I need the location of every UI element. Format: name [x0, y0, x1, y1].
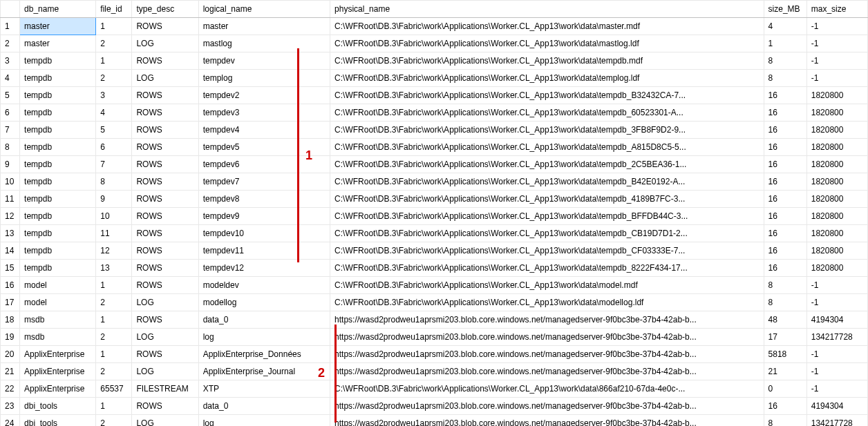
cell-max-size[interactable]: -1 [806, 363, 867, 380]
cell-file-id[interactable]: 12 [96, 242, 132, 260]
cell-size-mb[interactable]: 16 [764, 191, 806, 208]
cell-size-mb[interactable]: 8 [764, 70, 806, 87]
cell-logical-name[interactable]: log [198, 415, 330, 427]
cell-size-mb[interactable]: 16 [764, 208, 806, 225]
cell-logical-name[interactable]: tempdev6 [198, 156, 330, 173]
cell-db-name[interactable]: tempdb [20, 122, 96, 139]
row-number[interactable]: 20 [1, 346, 20, 363]
cell-db-name[interactable]: master [20, 18, 96, 35]
cell-physical-name[interactable]: https://wasd2prodweu1aprsmi203.blob.core… [330, 363, 764, 380]
table-row[interactable]: 16model1ROWSmodeldevC:\WFRoot\DB.3\Fabri… [1, 277, 868, 294]
table-row[interactable]: 1master1ROWSmasterC:\WFRoot\DB.3\Fabric\… [1, 18, 868, 35]
cell-size-mb[interactable]: 16 [764, 225, 806, 242]
cell-type-desc[interactable]: ROWS [132, 208, 198, 225]
cell-file-id[interactable]: 2 [96, 35, 132, 52]
row-number[interactable]: 4 [1, 70, 20, 87]
cell-type-desc[interactable]: LOG [132, 415, 198, 427]
row-number[interactable]: 3 [1, 52, 20, 70]
cell-file-id[interactable]: 3 [96, 87, 132, 104]
cell-size-mb[interactable]: 16 [764, 260, 806, 277]
cell-physical-name[interactable]: https://wasd2prodweu1aprsmi203.blob.core… [330, 311, 764, 329]
cell-size-mb[interactable]: 16 [764, 242, 806, 260]
row-number[interactable]: 15 [1, 260, 20, 277]
cell-max-size[interactable]: 1820800 [806, 208, 867, 225]
cell-logical-name[interactable]: data_0 [198, 311, 330, 329]
cell-db-name[interactable]: master [20, 35, 96, 52]
row-number[interactable]: 13 [1, 225, 20, 242]
cell-logical-name[interactable]: modeldev [198, 277, 330, 294]
cell-max-size[interactable]: 1820800 [806, 191, 867, 208]
cell-max-size[interactable]: 1820800 [806, 242, 867, 260]
cell-logical-name[interactable]: tempdev [198, 52, 330, 70]
table-row[interactable]: 14tempdb12ROWStempdev11C:\WFRoot\DB.3\Fa… [1, 242, 868, 260]
cell-max-size[interactable]: 1820800 [806, 173, 867, 191]
cell-physical-name[interactable]: C:\WFRoot\DB.3\Fabric\work\Applications\… [330, 294, 764, 311]
cell-size-mb[interactable]: 4 [764, 18, 806, 35]
cell-size-mb[interactable]: 16 [764, 139, 806, 156]
cell-type-desc[interactable]: ROWS [132, 156, 198, 173]
cell-max-size[interactable]: 1820800 [806, 225, 867, 242]
row-number[interactable]: 14 [1, 242, 20, 260]
cell-logical-name[interactable]: master [198, 18, 330, 35]
cell-size-mb[interactable]: 16 [764, 156, 806, 173]
table-row[interactable]: 23dbi_tools1ROWSdata_0https://wasd2prodw… [1, 398, 868, 415]
cell-db-name[interactable]: tempdb [20, 260, 96, 277]
cell-max-size[interactable]: -1 [806, 52, 867, 70]
cell-max-size[interactable]: -1 [806, 35, 867, 52]
header-logical-name[interactable]: logical_name [198, 1, 330, 18]
cell-physical-name[interactable]: C:\WFRoot\DB.3\Fabric\work\Applications\… [330, 35, 764, 52]
table-row[interactable]: 12tempdb10ROWStempdev9C:\WFRoot\DB.3\Fab… [1, 208, 868, 225]
cell-type-desc[interactable]: ROWS [132, 104, 198, 122]
cell-max-size[interactable]: 1820800 [806, 260, 867, 277]
cell-max-size[interactable]: 1820800 [806, 104, 867, 122]
table-row[interactable]: 7tempdb5ROWStempdev4C:\WFRoot\DB.3\Fabri… [1, 122, 868, 139]
cell-db-name[interactable]: tempdb [20, 139, 96, 156]
cell-db-name[interactable]: ApplixEnterprise [20, 346, 96, 363]
cell-file-id[interactable]: 1 [96, 346, 132, 363]
cell-type-desc[interactable]: LOG [132, 329, 198, 346]
row-number[interactable]: 24 [1, 415, 20, 427]
cell-size-mb[interactable]: 48 [764, 311, 806, 329]
cell-size-mb[interactable]: 16 [764, 173, 806, 191]
cell-logical-name[interactable]: XTP [198, 380, 330, 398]
cell-db-name[interactable]: tempdb [20, 52, 96, 70]
cell-file-id[interactable]: 2 [96, 70, 132, 87]
cell-physical-name[interactable]: C:\WFRoot\DB.3\Fabric\work\Applications\… [330, 87, 764, 104]
cell-logical-name[interactable]: tempdev12 [198, 260, 330, 277]
cell-logical-name[interactable]: modellog [198, 294, 330, 311]
cell-physical-name[interactable]: C:\WFRoot\DB.3\Fabric\work\Applications\… [330, 122, 764, 139]
table-row[interactable]: 3tempdb1ROWStempdevC:\WFRoot\DB.3\Fabric… [1, 52, 868, 70]
cell-max-size[interactable]: 134217728 [806, 329, 867, 346]
cell-logical-name[interactable]: tempdev7 [198, 173, 330, 191]
cell-db-name[interactable]: tempdb [20, 70, 96, 87]
cell-file-id[interactable]: 13 [96, 260, 132, 277]
header-size-mb[interactable]: size_MB [764, 1, 806, 18]
cell-db-name[interactable]: model [20, 294, 96, 311]
cell-max-size[interactable]: 1820800 [806, 87, 867, 104]
header-physical-name[interactable]: physical_name [330, 1, 764, 18]
cell-logical-name[interactable]: data_0 [198, 398, 330, 415]
cell-file-id[interactable]: 2 [96, 329, 132, 346]
header-row[interactable]: db_name file_id type_desc logical_name p… [1, 1, 868, 18]
cell-logical-name[interactable]: templog [198, 70, 330, 87]
cell-type-desc[interactable]: FILESTREAM [132, 380, 198, 398]
cell-physical-name[interactable]: C:\WFRoot\DB.3\Fabric\work\Applications\… [330, 70, 764, 87]
cell-file-id[interactable]: 65537 [96, 380, 132, 398]
cell-file-id[interactable]: 1 [96, 277, 132, 294]
row-number[interactable]: 21 [1, 363, 20, 380]
cell-logical-name[interactable]: log [198, 329, 330, 346]
cell-file-id[interactable]: 1 [96, 311, 132, 329]
cell-file-id[interactable]: 2 [96, 363, 132, 380]
cell-db-name[interactable]: dbi_tools [20, 398, 96, 415]
cell-max-size[interactable]: -1 [806, 346, 867, 363]
cell-type-desc[interactable]: ROWS [132, 52, 198, 70]
cell-db-name[interactable]: tempdb [20, 173, 96, 191]
table-row[interactable]: 24dbi_tools2LOGloghttps://wasd2prodweu1a… [1, 415, 868, 427]
cell-db-name[interactable]: tempdb [20, 208, 96, 225]
table-row[interactable]: 18msdb1ROWSdata_0https://wasd2prodweu1ap… [1, 311, 868, 329]
row-number[interactable]: 23 [1, 398, 20, 415]
cell-type-desc[interactable]: LOG [132, 294, 198, 311]
cell-physical-name[interactable]: C:\WFRoot\DB.3\Fabric\work\Applications\… [330, 139, 764, 156]
cell-logical-name[interactable]: ApplixEnterprise_Données [198, 346, 330, 363]
cell-size-mb[interactable]: 8 [764, 415, 806, 427]
